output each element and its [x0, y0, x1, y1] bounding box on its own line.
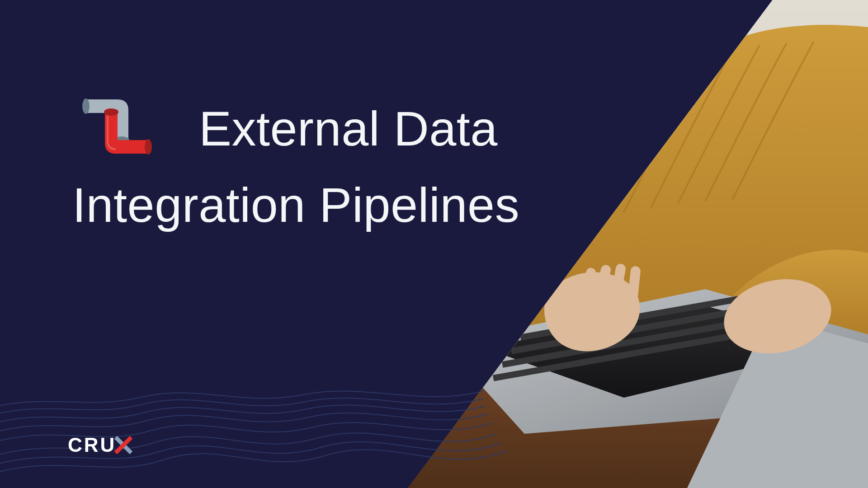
- svg-rect-15: [0, 0, 868, 488]
- slide-stage: External Data Integration Pipelines CRU: [0, 0, 868, 488]
- hero-photo-svg: [0, 0, 868, 488]
- svg-point-18: [104, 108, 118, 116]
- hero-photo: [0, 0, 868, 488]
- slide-title: External Data Integration Pipelines: [72, 90, 597, 243]
- svg-point-19: [145, 139, 152, 155]
- logo-text-prefix: CRU: [68, 434, 116, 456]
- pipes-icon: [72, 90, 163, 167]
- crux-logo: CRU: [68, 434, 132, 456]
- title-line-2: Integration Pipelines: [72, 167, 597, 243]
- svg-point-16: [82, 99, 90, 114]
- title-line-1: External Data: [199, 91, 498, 166]
- logo-x-icon: [114, 436, 132, 454]
